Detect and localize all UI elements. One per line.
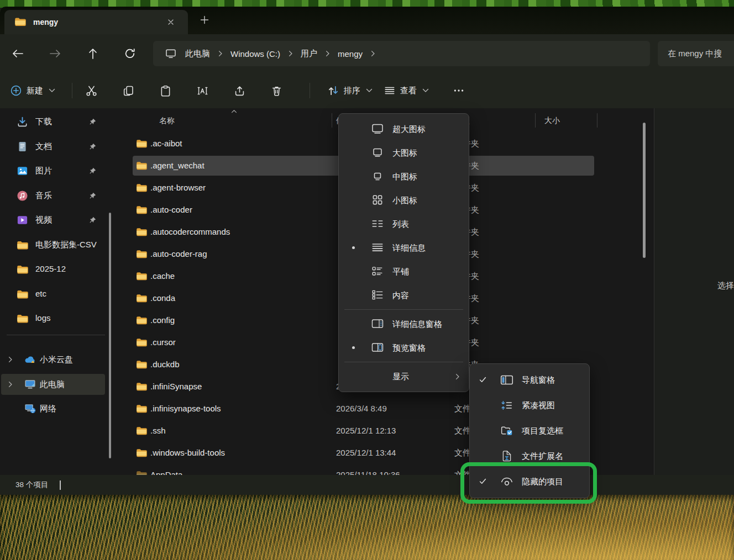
rename-button[interactable] xyxy=(196,84,209,97)
submenu-item-label: 紧凑视图 xyxy=(522,393,555,418)
menu-item[interactable]: 平铺 xyxy=(339,260,469,283)
sidebar-tree-item[interactable]: 小米云盘 xyxy=(0,347,115,372)
breadcrumb-item[interactable]: Windows (C:) xyxy=(230,49,280,59)
sidebar-item[interactable]: 下载 xyxy=(0,109,115,134)
copy-button[interactable] xyxy=(122,84,135,97)
selected-bullet-icon xyxy=(352,346,355,349)
annotation-box-hidden-items xyxy=(460,462,597,504)
sidebar-item-label: etc xyxy=(35,282,46,307)
menu-item[interactable]: 内容 xyxy=(339,283,469,307)
chevron-right-icon xyxy=(288,50,293,57)
sidebar-scrollbar[interactable] xyxy=(109,213,111,458)
column-divider[interactable] xyxy=(597,113,597,128)
close-tab-icon[interactable] xyxy=(167,18,175,26)
forward-button[interactable] xyxy=(49,47,61,60)
explorer-tab[interactable]: mengy xyxy=(4,10,188,34)
new-tab-button[interactable] xyxy=(199,14,210,25)
menu-item[interactable]: 显示 xyxy=(339,364,469,388)
submenu-item-label: 项目复选框 xyxy=(522,418,563,443)
file-extensions-icon xyxy=(500,450,514,462)
folder-icon xyxy=(136,293,147,303)
menu-item[interactable]: 中图标 xyxy=(339,165,469,188)
view-icon xyxy=(384,84,396,97)
sort-button[interactable]: 排序 xyxy=(327,73,373,108)
submenu-item[interactable]: 紧凑视图 xyxy=(470,393,589,418)
file-list-scrollbar[interactable] xyxy=(643,123,646,258)
chevron-down-icon xyxy=(366,88,373,93)
sidebar-item[interactable]: etc xyxy=(0,282,115,307)
menu-item[interactable]: 列表 xyxy=(339,212,469,236)
menu-item-label: 平铺 xyxy=(392,260,409,283)
file-name: .duckdb xyxy=(150,353,180,376)
folder-icon xyxy=(14,17,26,27)
file-name: .auto-coder-rag xyxy=(150,243,207,265)
icon-xl-icon xyxy=(371,123,384,135)
column-header-name[interactable]: 名称 xyxy=(159,113,175,128)
column-divider[interactable] xyxy=(332,113,332,128)
folder-icon xyxy=(136,448,147,457)
search-input[interactable]: 在 mengy 中搜 xyxy=(658,41,734,66)
details-pane-icon xyxy=(371,318,384,330)
menu-item[interactable]: 预览窗格 xyxy=(339,336,469,360)
sidebar-item[interactable]: 文档 xyxy=(0,134,115,159)
folder-icon xyxy=(136,404,147,413)
file-name: .infinisynapse-tools xyxy=(150,398,221,420)
new-button-label: 新建 xyxy=(27,86,43,96)
menu-item[interactable]: 详细信息窗格 xyxy=(339,312,469,336)
refresh-button[interactable] xyxy=(124,47,136,60)
sidebar-item[interactable]: 视频 xyxy=(0,208,115,233)
file-name: .config xyxy=(150,309,175,331)
sidebar-tree-item[interactable]: 网络 xyxy=(0,397,115,421)
up-button[interactable] xyxy=(87,47,99,60)
toolbar-divider xyxy=(310,83,310,98)
compact-view-icon xyxy=(500,399,514,411)
item-checkboxes-icon xyxy=(500,425,514,437)
sidebar-item[interactable]: 音乐 xyxy=(0,183,115,208)
new-button[interactable]: 新建 xyxy=(10,73,55,108)
preview-pane: 选择 xyxy=(654,108,734,475)
folder-icon xyxy=(136,360,147,369)
breadcrumb-item[interactable]: 用户 xyxy=(301,49,317,59)
cloud-icon xyxy=(24,354,36,365)
navigation-row: 此电脑Windows (C:)用户mengy 在 mengy 中搜 xyxy=(0,34,734,73)
preview-pane-icon xyxy=(371,341,384,353)
toolbar-divider xyxy=(72,83,72,98)
back-button[interactable] xyxy=(12,47,24,60)
delete-button[interactable] xyxy=(270,84,283,97)
menu-item-label: 中图标 xyxy=(392,165,417,188)
sidebar-item[interactable]: 电影数据集-CSV xyxy=(0,233,115,257)
folder-icon xyxy=(17,313,28,324)
menu-item[interactable]: 超大图标 xyxy=(339,117,469,141)
sidebar-item[interactable]: 2025-12 xyxy=(0,257,115,282)
more-options-button[interactable] xyxy=(452,84,465,97)
folder-icon xyxy=(136,161,147,170)
share-button[interactable] xyxy=(233,84,246,97)
menu-item[interactable]: 大图标 xyxy=(339,141,469,165)
column-divider[interactable] xyxy=(535,113,536,128)
submenu-item[interactable]: 项目复选框 xyxy=(470,418,589,443)
column-header-size[interactable]: 大小 xyxy=(544,113,560,128)
menu-item[interactable]: 小图标 xyxy=(339,188,469,212)
sidebar-item-label: logs xyxy=(35,306,51,331)
sidebar-item[interactable]: 图片 xyxy=(0,159,115,183)
pictures-icon xyxy=(17,165,28,177)
sidebar-item[interactable]: logs xyxy=(0,306,115,331)
breadcrumb-item[interactable]: 此电脑 xyxy=(185,49,210,59)
submenu-item[interactable]: 导航窗格 xyxy=(470,367,589,393)
sidebar-tree-item[interactable]: 此电脑 xyxy=(0,372,115,397)
address-bar[interactable]: 此电脑Windows (C:)用户mengy xyxy=(153,41,650,66)
sidebar-item-label: 视频 xyxy=(35,208,52,233)
file-name: .cursor xyxy=(150,331,176,353)
paste-button[interactable] xyxy=(159,84,172,97)
cut-button[interactable] xyxy=(85,84,98,97)
sidebar-item-label: 下载 xyxy=(35,109,52,134)
menu-item-label: 内容 xyxy=(392,283,409,307)
view-button[interactable]: 查看 xyxy=(384,73,429,108)
folder-icon xyxy=(136,470,147,475)
chevron-down-icon xyxy=(49,88,55,93)
breadcrumb-item[interactable]: mengy xyxy=(338,49,363,59)
sidebar-tree-label: 此电脑 xyxy=(40,372,65,397)
videos-icon xyxy=(17,214,28,226)
content-view-icon xyxy=(371,289,384,301)
menu-item[interactable]: 详细信息 xyxy=(339,236,469,260)
